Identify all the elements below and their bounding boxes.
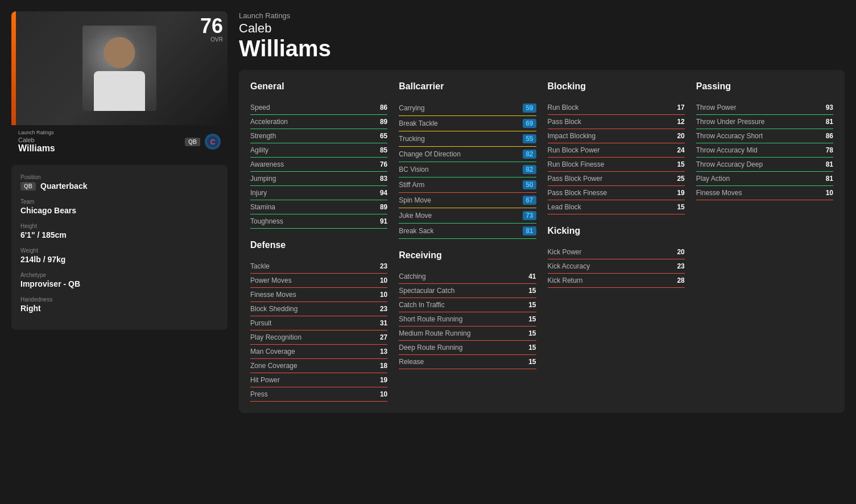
stat-value: 78 [820, 146, 833, 154]
stat-name: Carrying [399, 104, 522, 112]
team-value: Chicago Bears [20, 206, 218, 215]
stat-value: 81 [523, 226, 536, 236]
card-last-name: Williams [18, 143, 55, 154]
stat-row: Stamina89 [250, 200, 387, 214]
kicking-title: Kicking [548, 226, 685, 238]
stat-row: Break Tackle69 [399, 116, 536, 131]
stat-value: 81 [820, 160, 833, 168]
weight-value: 214lb / 97kg [20, 255, 218, 264]
stat-name: Agility [250, 146, 374, 154]
stat-value: 93 [820, 104, 833, 111]
stat-value: 10 [820, 189, 833, 197]
stat-value: 85 [374, 146, 387, 154]
stat-row: Deep Route Running15 [399, 341, 536, 355]
stat-value: 28 [671, 276, 685, 284]
stat-value: 10 [374, 390, 387, 398]
stat-row: Short Route Running15 [399, 312, 536, 327]
stat-row: Impact Blocking20 [548, 129, 685, 143]
stat-value: 17 [671, 104, 685, 111]
stat-row: Catching41 [399, 270, 536, 284]
stat-value: 18 [374, 362, 387, 370]
kicking-stats-list: Kick Power20Kick Accuracy23Kick Return28 [548, 245, 685, 288]
stat-value: 12 [671, 118, 685, 126]
stat-row: Throw Under Pressure81 [696, 115, 833, 129]
stat-row: Power Moves10 [250, 274, 387, 288]
stat-value: 94 [374, 189, 387, 197]
stat-value: 31 [374, 319, 387, 327]
stat-name: Awareness [250, 160, 374, 168]
stat-value: 27 [374, 333, 387, 341]
position-label: Position [20, 174, 218, 180]
ovr-number: 76 [200, 16, 223, 36]
height-label: Height [20, 223, 218, 229]
stat-name: Jumping [250, 175, 374, 183]
stat-name: Play Action [696, 175, 820, 183]
stat-row: BC Vision82 [399, 162, 536, 177]
stat-value: 20 [671, 248, 685, 256]
stat-row: Throw Accuracy Deep81 [696, 158, 833, 172]
stat-row: Speed86 [250, 101, 387, 115]
receiving-title: Receiving [399, 250, 536, 263]
stat-row: Acceleration89 [250, 115, 387, 129]
general-category: General Speed86Acceleration89Strength65A… [250, 81, 387, 402]
stat-name: Throw Accuracy Short [696, 132, 820, 140]
left-panel: 76 OVR Launch Ratings Caleb Williams QB … [11, 11, 228, 413]
stat-name: Change Of Direction [399, 150, 522, 158]
stat-name: Hit Power [250, 376, 374, 384]
stat-name: Pursuit [250, 319, 374, 327]
stat-row: Juke Move73 [399, 208, 536, 224]
stat-name: Play Recognition [250, 333, 374, 341]
ovr-badge: 76 OVR [200, 16, 223, 43]
stat-name: Spectacular Catch [399, 287, 522, 295]
stat-name: Pass Block [548, 118, 671, 126]
stat-value: 15 [523, 329, 536, 337]
stat-value: 25 [671, 175, 685, 183]
card-bottom: Launch Ratings Caleb Williams QB C [11, 125, 228, 158]
receiving-category: Receiving Catching41Spectacular Catch15C… [399, 250, 536, 369]
stat-value: 15 [523, 301, 536, 309]
ballcarrier-stats-list: Carrying59Break Tackle69Trucking55Change… [399, 101, 536, 239]
stat-value: 89 [374, 203, 387, 211]
stat-value: 91 [374, 217, 387, 225]
stat-name: Injury [250, 189, 374, 197]
stat-value: 89 [374, 118, 387, 126]
stat-value: 73 [523, 211, 536, 220]
stat-name: Acceleration [250, 118, 374, 126]
stat-name: Toughness [250, 217, 374, 225]
archetype-info-row: Archetype Improviser - QB [20, 272, 218, 288]
stat-row: Tackle23 [250, 259, 387, 274]
stat-row: Finesse Moves10 [696, 186, 833, 200]
stat-value: 86 [374, 104, 387, 111]
stat-name: Man Coverage [250, 348, 374, 356]
stat-name: Deep Route Running [399, 344, 522, 352]
stat-name: Finesse Moves [250, 291, 374, 299]
stat-row: Press10 [250, 387, 387, 402]
stat-value: 50 [523, 180, 536, 189]
position-row: QB Quarterback [20, 181, 218, 191]
stat-row: Kick Power20 [548, 245, 685, 259]
card-bottom-info: Launch Ratings Caleb Williams [18, 130, 55, 154]
position-info-row: Position QB Quarterback [20, 174, 218, 191]
stat-name: Pass Block Power [548, 175, 671, 183]
stat-row: Throw Accuracy Short86 [696, 129, 833, 143]
stat-value: 81 [820, 118, 833, 126]
stat-name: BC Vision [399, 166, 522, 173]
stat-name: Break Tackle [399, 119, 522, 127]
stat-row: Kick Return28 [548, 274, 685, 288]
stat-row: Awareness76 [250, 158, 387, 172]
player-card: 76 OVR Launch Ratings Caleb Williams QB … [11, 11, 228, 158]
card-badges: QB C [185, 134, 221, 150]
stat-row: Pass Block Finesse19 [548, 186, 685, 200]
launch-ratings-label: Launch Ratings [239, 11, 845, 20]
stat-row: Throw Power93 [696, 101, 833, 115]
orange-bar-decoration [11, 11, 16, 125]
kicking-category: Kicking Kick Power20Kick Accuracy23Kick … [548, 226, 685, 288]
stat-name: Kick Accuracy [548, 262, 671, 270]
archetype-label: Archetype [20, 272, 218, 278]
stat-name: Tackle [250, 262, 374, 270]
stat-row: Medium Route Running15 [399, 327, 536, 341]
stat-row: Run Block Finesse15 [548, 158, 685, 172]
stat-value: 24 [671, 146, 685, 154]
stat-row: Catch In Traffic15 [399, 298, 536, 312]
stat-row: Pass Block Power25 [548, 172, 685, 186]
